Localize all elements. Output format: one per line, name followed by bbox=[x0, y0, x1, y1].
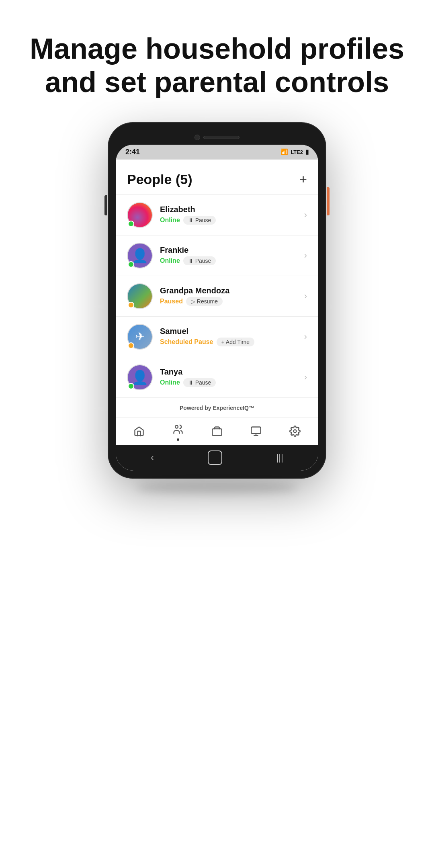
person-status-row-samuel: Scheduled Pause + Add Time bbox=[160, 338, 304, 346]
person-info-tanya: Tanya Online ⏸ Pause bbox=[160, 367, 304, 387]
powered-by-label: Powered by bbox=[180, 405, 211, 411]
wifi-icon: 📶 bbox=[280, 148, 288, 156]
person-row-tanya[interactable]: 👤 Tanya Online ⏸ Pause › bbox=[116, 357, 318, 398]
status-label-samuel: Scheduled Pause bbox=[160, 338, 213, 346]
status-label-frankie: Online bbox=[160, 257, 180, 264]
gesture-bar: ‹ ||| bbox=[116, 445, 318, 471]
page-headline: Manage household profiles and set parent… bbox=[6, 32, 428, 99]
avatar-wrap-grandpa bbox=[127, 283, 153, 309]
status-dot-elizabeth bbox=[128, 221, 134, 227]
nav-home[interactable] bbox=[133, 426, 145, 439]
people-header: People (5) + bbox=[116, 160, 318, 194]
phone-mockup: 2:41 📶 LTE2 ▮ People (5) + bbox=[108, 123, 326, 478]
signal-icon: LTE2 bbox=[291, 149, 303, 155]
chevron-frankie: › bbox=[304, 250, 307, 261]
status-bar: 2:41 📶 LTE2 ▮ bbox=[116, 145, 318, 160]
nav-devices[interactable] bbox=[211, 426, 223, 439]
powered-by-brand: ExperienceIQ™ bbox=[213, 405, 254, 411]
person-status-row-elizabeth: Online ⏸ Pause bbox=[160, 216, 304, 225]
person-row-frankie[interactable]: 👤 Frankie Online ⏸ Pause › bbox=[116, 235, 318, 276]
phone-shadow bbox=[137, 482, 297, 494]
status-dot-frankie bbox=[128, 261, 134, 268]
avatar-wrap-tanya: 👤 bbox=[127, 364, 153, 390]
camera-dot bbox=[194, 135, 200, 140]
avatar-wrap-frankie: 👤 bbox=[127, 243, 153, 268]
avatar-wrap-elizabeth bbox=[127, 202, 153, 228]
volume-button bbox=[104, 195, 107, 215]
chevron-elizabeth: › bbox=[304, 210, 307, 220]
person-info-frankie: Frankie Online ⏸ Pause bbox=[160, 246, 304, 265]
headline-line1: Manage household profiles bbox=[30, 33, 404, 65]
pause-button-frankie[interactable]: ⏸ Pause bbox=[183, 256, 216, 265]
status-time: 2:41 bbox=[125, 148, 140, 156]
avatar-wrap-samuel: ✈ bbox=[127, 324, 153, 350]
person-info-elizabeth: Elizabeth Online ⏸ Pause bbox=[160, 205, 304, 225]
status-dot-tanya bbox=[128, 383, 134, 389]
person-name-frankie: Frankie bbox=[160, 246, 304, 255]
person-status-row-frankie: Online ⏸ Pause bbox=[160, 256, 304, 265]
svg-rect-2 bbox=[251, 427, 260, 433]
phone-screen: 2:41 📶 LTE2 ▮ People (5) + bbox=[116, 145, 318, 471]
chevron-samuel: › bbox=[304, 332, 307, 342]
nav-active-dot bbox=[177, 438, 179, 441]
people-title: People (5) bbox=[127, 172, 192, 187]
add-person-button[interactable]: + bbox=[299, 173, 307, 186]
person-info-samuel: Samuel Scheduled Pause + Add Time bbox=[160, 327, 304, 346]
home-button[interactable] bbox=[208, 450, 222, 465]
pause-button-elizabeth[interactable]: ⏸ Pause bbox=[183, 216, 216, 225]
resume-button-grandpa[interactable]: ▷ Resume bbox=[186, 297, 223, 306]
person-row-grandpa[interactable]: Grandpa Mendoza Paused ▷ Resume › bbox=[116, 276, 318, 317]
battery-icon: ▮ bbox=[305, 148, 309, 156]
status-dot-grandpa bbox=[128, 302, 134, 308]
add-time-button-samuel[interactable]: + Add Time bbox=[217, 338, 254, 346]
chevron-tanya: › bbox=[304, 372, 307, 383]
powered-by-bar: Powered by ExperienceIQ™ bbox=[116, 398, 318, 418]
person-info-grandpa: Grandpa Mendoza Paused ▷ Resume bbox=[160, 286, 304, 306]
pause-button-tanya[interactable]: ⏸ Pause bbox=[183, 378, 216, 387]
status-label-grandpa: Paused bbox=[160, 298, 183, 305]
headline-line2: and set parental controls bbox=[45, 66, 389, 98]
person-name-grandpa: Grandpa Mendoza bbox=[160, 286, 304, 295]
recent-apps-button[interactable]: ||| bbox=[276, 452, 283, 463]
people-icon bbox=[172, 424, 184, 437]
back-button[interactable]: ‹ bbox=[151, 452, 154, 463]
person-status-row-grandpa: Paused ▷ Resume bbox=[160, 297, 304, 306]
status-dot-samuel bbox=[128, 342, 134, 349]
person-row-samuel[interactable]: ✈ Samuel Scheduled Pause + Add Time › bbox=[116, 317, 318, 357]
person-name-elizabeth: Elizabeth bbox=[160, 205, 304, 214]
person-name-tanya: Tanya bbox=[160, 367, 304, 377]
svg-point-5 bbox=[293, 430, 296, 432]
app-content: People (5) + Elizabeth Online ⏸ Pause bbox=[116, 160, 318, 445]
person-status-row-tanya: Online ⏸ Pause bbox=[160, 378, 304, 387]
status-label-tanya: Online bbox=[160, 379, 180, 386]
svg-rect-1 bbox=[212, 429, 221, 435]
phone-notch bbox=[116, 130, 318, 145]
nav-people[interactable] bbox=[172, 424, 184, 441]
status-icons: 📶 LTE2 ▮ bbox=[280, 148, 309, 156]
home-icon bbox=[133, 426, 145, 439]
svg-point-0 bbox=[175, 425, 178, 428]
status-label-elizabeth: Online bbox=[160, 217, 180, 224]
power-button bbox=[327, 187, 330, 215]
devices-icon bbox=[211, 426, 223, 439]
nav-settings[interactable] bbox=[289, 426, 301, 439]
speaker-bar bbox=[203, 136, 240, 139]
settings-icon bbox=[289, 426, 301, 439]
network-icon bbox=[250, 426, 262, 439]
bottom-nav bbox=[116, 418, 318, 445]
person-row-elizabeth[interactable]: Elizabeth Online ⏸ Pause › bbox=[116, 195, 318, 235]
nav-network[interactable] bbox=[250, 426, 262, 439]
person-name-samuel: Samuel bbox=[160, 327, 304, 336]
chevron-grandpa: › bbox=[304, 291, 307, 301]
